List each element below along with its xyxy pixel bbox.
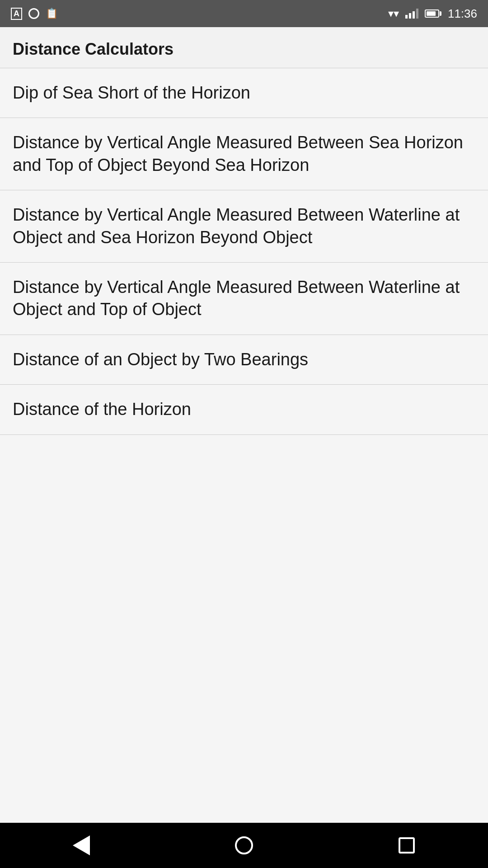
wifi-icon: ▾▾ [388, 7, 399, 20]
back-button[interactable] [63, 827, 99, 863]
back-icon [73, 835, 90, 855]
toolbar: Distance Calculators [0, 27, 488, 68]
list-item-text-5: Distance of an Object by Two Bearings [13, 350, 308, 369]
sync-icon [28, 8, 39, 19]
list-item-2[interactable]: Distance by Vertical Angle Measured Betw… [0, 118, 488, 190]
recent-icon [399, 837, 415, 854]
home-icon [235, 836, 253, 854]
list-item-5[interactable]: Distance of an Object by Two Bearings [0, 335, 488, 385]
clipboard-icon: 📋 [46, 8, 58, 19]
toolbar-title: Distance Calculators [13, 40, 174, 58]
signal-icon [405, 9, 418, 19]
list-item-text-1: Dip of Sea Short of the Horizon [13, 83, 250, 102]
list-item-text-4: Distance by Vertical Angle Measured Betw… [13, 278, 460, 319]
calculator-list: Dip of Sea Short of the HorizonDistance … [0, 68, 488, 823]
recent-button[interactable] [389, 827, 425, 863]
list-item-text-2: Distance by Vertical Angle Measured Betw… [13, 133, 463, 174]
list-item-6[interactable]: Distance of the Horizon [0, 385, 488, 434]
nav-bar [0, 823, 488, 868]
list-item-1[interactable]: Dip of Sea Short of the Horizon [0, 68, 488, 118]
list-item-text-6: Distance of the Horizon [13, 400, 191, 419]
status-bar-right-icons: ▾▾ 11:36 [388, 7, 477, 21]
home-button[interactable] [226, 827, 262, 863]
keyboard-icon: A [11, 8, 22, 20]
status-time: 11:36 [448, 7, 477, 21]
list-item-text-3: Distance by Vertical Angle Measured Betw… [13, 205, 460, 246]
status-bar-left-icons: A 📋 [11, 8, 58, 20]
list-item-4[interactable]: Distance by Vertical Angle Measured Betw… [0, 263, 488, 335]
list-item-3[interactable]: Distance by Vertical Angle Measured Betw… [0, 190, 488, 263]
battery-icon [425, 9, 441, 18]
status-bar: A 📋 ▾▾ 11:36 [0, 0, 488, 27]
